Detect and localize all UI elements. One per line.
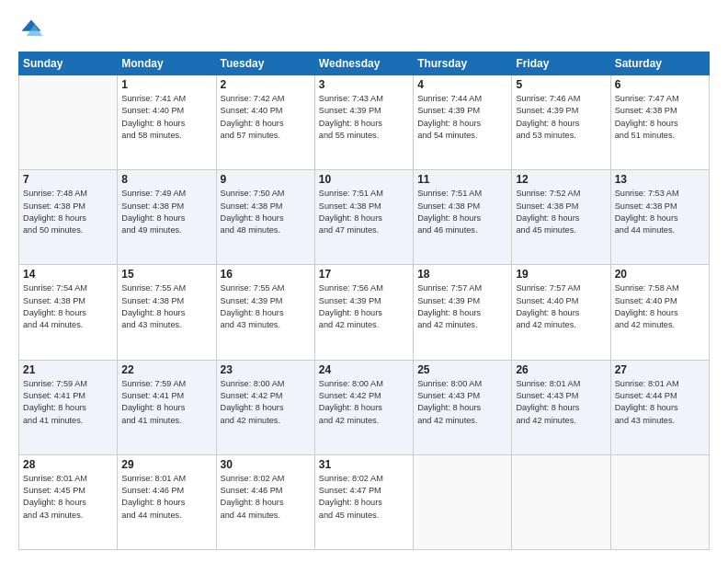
day-cell: 19Sunrise: 7:57 AMSunset: 4:40 PMDayligh… <box>512 265 610 360</box>
day-cell: 12Sunrise: 7:52 AMSunset: 4:38 PMDayligh… <box>512 170 610 265</box>
day-info: Sunrise: 7:42 AMSunset: 4:40 PMDaylight:… <box>221 93 311 142</box>
week-row-5: 28Sunrise: 8:01 AMSunset: 4:45 PMDayligh… <box>19 454 710 549</box>
header <box>18 17 710 42</box>
day-number: 15 <box>121 268 211 281</box>
day-number: 29 <box>121 458 211 471</box>
day-info: Sunrise: 8:01 AMSunset: 4:43 PMDaylight:… <box>516 378 606 427</box>
day-number: 3 <box>319 78 409 91</box>
day-cell: 17Sunrise: 7:56 AMSunset: 4:39 PMDayligh… <box>314 265 413 360</box>
day-info: Sunrise: 7:54 AMSunset: 4:38 PMDaylight:… <box>23 282 113 331</box>
week-row-1: 1Sunrise: 7:41 AMSunset: 4:40 PMDaylight… <box>19 75 710 170</box>
day-info: Sunrise: 7:49 AMSunset: 4:38 PMDaylight:… <box>121 188 211 236</box>
day-cell: 8Sunrise: 7:49 AMSunset: 4:38 PMDaylight… <box>118 170 216 265</box>
day-number: 7 <box>23 173 113 186</box>
day-info: Sunrise: 7:52 AMSunset: 4:38 PMDaylight:… <box>516 188 606 236</box>
day-info: Sunrise: 7:51 AMSunset: 4:38 PMDaylight:… <box>319 188 409 236</box>
day-cell: 16Sunrise: 7:55 AMSunset: 4:39 PMDayligh… <box>216 265 314 360</box>
day-number: 11 <box>417 173 507 186</box>
day-cell <box>19 75 118 170</box>
day-info: Sunrise: 8:00 AMSunset: 4:42 PMDaylight:… <box>319 378 409 427</box>
day-info: Sunrise: 7:47 AMSunset: 4:38 PMDaylight:… <box>615 93 705 142</box>
day-info: Sunrise: 7:43 AMSunset: 4:39 PMDaylight:… <box>319 93 409 142</box>
weekday-thursday: Thursday <box>414 52 512 75</box>
day-number: 1 <box>121 78 211 91</box>
day-number: 28 <box>23 458 113 471</box>
day-info: Sunrise: 7:59 AMSunset: 4:41 PMDaylight:… <box>23 378 113 427</box>
day-cell: 31Sunrise: 8:02 AMSunset: 4:47 PMDayligh… <box>314 454 413 549</box>
day-cell: 14Sunrise: 7:54 AMSunset: 4:38 PMDayligh… <box>19 265 118 360</box>
day-info: Sunrise: 8:00 AMSunset: 4:42 PMDaylight:… <box>221 378 311 427</box>
day-info: Sunrise: 7:55 AMSunset: 4:39 PMDaylight:… <box>221 282 311 331</box>
day-number: 21 <box>23 363 113 376</box>
day-number: 13 <box>615 173 705 186</box>
day-number: 17 <box>319 268 409 281</box>
page: SundayMondayTuesdayWednesdayThursdayFrid… <box>0 0 728 563</box>
day-info: Sunrise: 7:59 AMSunset: 4:41 PMDaylight:… <box>121 378 211 427</box>
day-number: 20 <box>615 268 705 281</box>
day-number: 31 <box>319 458 409 471</box>
day-info: Sunrise: 7:44 AMSunset: 4:39 PMDaylight:… <box>417 93 507 142</box>
day-cell: 7Sunrise: 7:48 AMSunset: 4:38 PMDaylight… <box>19 170 118 265</box>
day-number: 5 <box>516 78 606 91</box>
day-number: 2 <box>221 78 311 91</box>
day-cell: 20Sunrise: 7:58 AMSunset: 4:40 PMDayligh… <box>610 265 709 360</box>
day-cell: 27Sunrise: 8:01 AMSunset: 4:44 PMDayligh… <box>610 360 709 454</box>
day-number: 12 <box>516 173 606 186</box>
calendar-table: SundayMondayTuesdayWednesdayThursdayFrid… <box>18 52 710 550</box>
day-cell: 2Sunrise: 7:42 AMSunset: 4:40 PMDaylight… <box>216 75 314 170</box>
weekday-monday: Monday <box>118 52 216 75</box>
day-info: Sunrise: 7:53 AMSunset: 4:38 PMDaylight:… <box>615 188 705 236</box>
day-number: 23 <box>221 363 311 376</box>
day-cell: 29Sunrise: 8:01 AMSunset: 4:46 PMDayligh… <box>118 454 216 549</box>
day-cell: 3Sunrise: 7:43 AMSunset: 4:39 PMDaylight… <box>314 75 413 170</box>
day-cell: 23Sunrise: 8:00 AMSunset: 4:42 PMDayligh… <box>216 360 314 454</box>
day-number: 6 <box>615 78 705 91</box>
day-cell: 18Sunrise: 7:57 AMSunset: 4:39 PMDayligh… <box>414 265 512 360</box>
weekday-header-row: SundayMondayTuesdayWednesdayThursdayFrid… <box>19 52 710 75</box>
week-row-2: 7Sunrise: 7:48 AMSunset: 4:38 PMDaylight… <box>19 170 710 265</box>
day-info: Sunrise: 7:48 AMSunset: 4:38 PMDaylight:… <box>23 188 113 236</box>
day-number: 25 <box>417 363 507 376</box>
logo <box>18 17 48 42</box>
day-info: Sunrise: 7:50 AMSunset: 4:38 PMDaylight:… <box>221 188 311 236</box>
day-cell: 13Sunrise: 7:53 AMSunset: 4:38 PMDayligh… <box>610 170 709 265</box>
day-number: 18 <box>417 268 507 281</box>
day-info: Sunrise: 8:01 AMSunset: 4:46 PMDaylight:… <box>121 473 211 522</box>
day-cell: 9Sunrise: 7:50 AMSunset: 4:38 PMDaylight… <box>216 170 314 265</box>
day-info: Sunrise: 7:57 AMSunset: 4:39 PMDaylight:… <box>417 282 507 331</box>
day-number: 26 <box>516 363 606 376</box>
day-cell: 25Sunrise: 8:00 AMSunset: 4:43 PMDayligh… <box>414 360 512 454</box>
day-info: Sunrise: 7:41 AMSunset: 4:40 PMDaylight:… <box>121 93 211 142</box>
day-info: Sunrise: 8:02 AMSunset: 4:47 PMDaylight:… <box>319 473 409 522</box>
day-info: Sunrise: 7:57 AMSunset: 4:40 PMDaylight:… <box>516 282 606 331</box>
day-info: Sunrise: 8:00 AMSunset: 4:43 PMDaylight:… <box>417 378 507 427</box>
day-cell: 11Sunrise: 7:51 AMSunset: 4:38 PMDayligh… <box>414 170 512 265</box>
day-cell: 6Sunrise: 7:47 AMSunset: 4:38 PMDaylight… <box>610 75 709 170</box>
day-number: 24 <box>319 363 409 376</box>
week-row-3: 14Sunrise: 7:54 AMSunset: 4:38 PMDayligh… <box>19 265 710 360</box>
day-cell: 22Sunrise: 7:59 AMSunset: 4:41 PMDayligh… <box>118 360 216 454</box>
weekday-friday: Friday <box>512 52 610 75</box>
day-cell: 5Sunrise: 7:46 AMSunset: 4:39 PMDaylight… <box>512 75 610 170</box>
day-cell: 26Sunrise: 8:01 AMSunset: 4:43 PMDayligh… <box>512 360 610 454</box>
day-info: Sunrise: 7:46 AMSunset: 4:39 PMDaylight:… <box>516 93 606 142</box>
day-cell: 4Sunrise: 7:44 AMSunset: 4:39 PMDaylight… <box>414 75 512 170</box>
day-cell: 10Sunrise: 7:51 AMSunset: 4:38 PMDayligh… <box>314 170 413 265</box>
day-cell: 15Sunrise: 7:55 AMSunset: 4:38 PMDayligh… <box>118 265 216 360</box>
day-cell <box>610 454 709 549</box>
weekday-wednesday: Wednesday <box>314 52 413 75</box>
day-cell <box>414 454 512 549</box>
day-number: 16 <box>221 268 311 281</box>
day-cell: 24Sunrise: 8:00 AMSunset: 4:42 PMDayligh… <box>314 360 413 454</box>
day-info: Sunrise: 7:51 AMSunset: 4:38 PMDaylight:… <box>417 188 507 236</box>
week-row-4: 21Sunrise: 7:59 AMSunset: 4:41 PMDayligh… <box>19 360 710 454</box>
logo-icon <box>18 17 44 42</box>
day-number: 30 <box>221 458 311 471</box>
day-info: Sunrise: 7:58 AMSunset: 4:40 PMDaylight:… <box>615 282 705 331</box>
weekday-sunday: Sunday <box>19 52 118 75</box>
day-number: 22 <box>121 363 211 376</box>
day-number: 14 <box>23 268 113 281</box>
weekday-saturday: Saturday <box>610 52 709 75</box>
day-info: Sunrise: 8:01 AMSunset: 4:45 PMDaylight:… <box>23 473 113 522</box>
day-number: 8 <box>121 173 211 186</box>
